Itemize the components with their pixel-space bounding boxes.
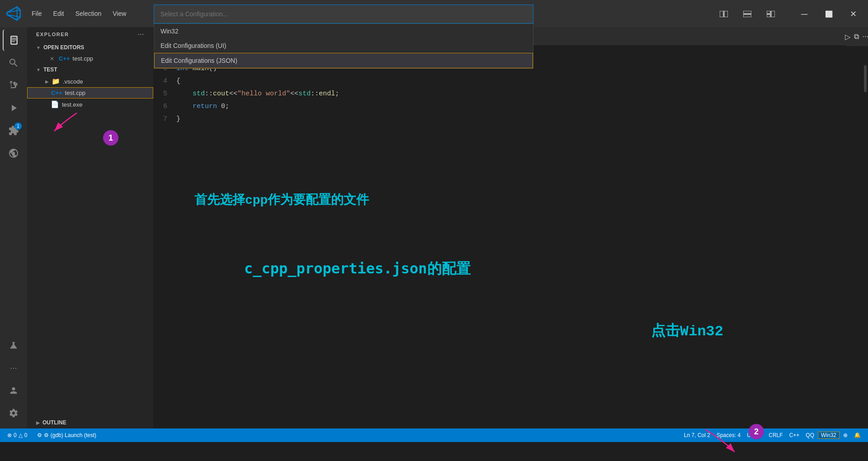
config-item-win32[interactable]: Win32 <box>154 24 533 38</box>
error-icon: ⊗ <box>7 432 12 438</box>
config-item-ui[interactable]: Edit Configurations (UI) <box>154 38 533 53</box>
annotation-text-2: c_cpp_properties.json的配置 <box>244 262 471 275</box>
more-editor-icon[interactable]: ··· <box>863 33 868 41</box>
explorer-title: EXPLORER <box>36 32 69 37</box>
code-token: std <box>193 90 205 98</box>
code-token: :: <box>311 90 319 98</box>
sidebar-file-test-cpp[interactable]: C++ test.cpp <box>27 87 153 99</box>
scrollbar[interactable] <box>863 64 868 415</box>
svg-rect-4 <box>767 11 770 14</box>
config-search-input[interactable] <box>154 5 533 24</box>
activity-remote[interactable] <box>3 142 24 164</box>
code-content-6: return 0; <box>176 100 868 113</box>
code-area[interactable]: 2 using namespace std; 3 int main() 4 { <box>154 45 868 428</box>
activity-explorer[interactable] <box>3 29 24 51</box>
svg-rect-6 <box>767 14 770 17</box>
layout-btn-3[interactable] <box>760 7 781 21</box>
activity-source-control[interactable] <box>3 75 24 96</box>
status-errors[interactable]: ⊗ 0 △ 0 <box>5 432 30 438</box>
code-token: std <box>298 90 311 98</box>
config-dropdown: Win32 Edit Configurations (UI) Edit Conf… <box>154 24 533 69</box>
code-token: return <box>193 103 221 110</box>
activity-search[interactable] <box>3 52 24 74</box>
activity-extensions[interactable]: 1 <box>3 120 24 141</box>
code-content-4: { <box>176 75 868 88</box>
line-num-6: 6 <box>154 100 176 113</box>
close-icon[interactable]: ✕ <box>50 56 54 62</box>
scrollbar-thumb <box>864 65 867 92</box>
minimize-button[interactable]: ─ <box>794 7 815 21</box>
open-editors-label: OPEN EDITORS <box>43 44 84 51</box>
cpp-file-icon: C++ <box>51 89 62 96</box>
svg-rect-5 <box>771 11 775 17</box>
svg-rect-0 <box>720 11 723 17</box>
close-button[interactable]: ✕ <box>843 7 863 21</box>
status-language[interactable]: C++ <box>787 432 802 438</box>
code-line-5: 5 std::cout<<"hello world"<<std::endl; <box>154 88 868 100</box>
open-editors-section[interactable]: ▼ OPEN EDITORS <box>27 42 153 53</box>
folder-chevron: ▶ <box>45 79 49 84</box>
warning-icon: △ <box>19 432 23 438</box>
explorer-more[interactable]: ··· <box>138 32 144 37</box>
outline-section-wrapper: ▶ OUTLINE <box>27 412 153 428</box>
status-win32[interactable]: Win32 <box>818 432 840 439</box>
status-position[interactable]: Ln 7, Col 2 <box>681 432 713 438</box>
split-editor-icon[interactable]: ⧉ <box>854 33 859 41</box>
status-bell[interactable]: 🔔 <box>851 432 863 438</box>
svg-rect-1 <box>724 11 728 17</box>
menu-file[interactable]: File <box>27 8 47 19</box>
menu-view[interactable]: View <box>108 8 131 19</box>
exe-file-icon: 📄 <box>51 100 59 108</box>
config-search-container: Win32 Edit Configurations (UI) Edit Conf… <box>154 5 533 69</box>
code-line-6: 6 return 0; <box>154 100 868 113</box>
status-debug[interactable]: ⚙ ⚙ (gdb) Launch (test) <box>34 432 99 438</box>
status-right: Ln 7, Col 2 Spaces: 4 UTF-8 CRLF C++ QQ … <box>681 432 863 439</box>
layout-btn-2[interactable] <box>737 7 758 21</box>
code-token: << <box>229 90 237 98</box>
menu-selection[interactable]: Selection <box>71 8 106 19</box>
activity-more[interactable]: ··· <box>3 357 24 379</box>
code-line-4: 4 { <box>154 75 868 88</box>
annotation-text-1: 首先选择cpp作为要配置的文件 <box>194 194 369 207</box>
layout-btn-1[interactable] <box>713 7 734 21</box>
project-section[interactable]: ▼ TEST <box>27 64 153 75</box>
code-token: cout <box>213 90 229 98</box>
folder-name: .vscode <box>63 78 83 85</box>
debug-icon: ⚙ <box>37 432 42 438</box>
code-token: { <box>176 77 180 85</box>
activity-testing[interactable] <box>3 334 24 356</box>
config-item-json[interactable]: Edit Configurations (JSON) <box>154 53 533 68</box>
outline-section[interactable]: ▶ OUTLINE <box>27 417 153 428</box>
status-encoding[interactable]: UTF-8 <box>744 432 765 438</box>
sidebar-file-test-exe[interactable]: 📄 test.exe <box>27 99 153 110</box>
extensions-badge: 1 <box>14 122 22 130</box>
run-icon[interactable]: ▷ <box>845 33 850 41</box>
code-token: ; <box>335 90 339 98</box>
activity-bar: 1 ··· <box>0 27 27 428</box>
sidebar: EXPLORER ··· ▼ OPEN EDITORS ✕ C++ test.c… <box>27 27 154 428</box>
status-eol[interactable]: CRLF <box>766 432 785 438</box>
app-logo <box>5 5 23 23</box>
restore-button[interactable]: ⬜ <box>818 7 839 21</box>
sidebar-folder-vscode[interactable]: ▶ 📁 .vscode <box>27 75 153 87</box>
status-spaces[interactable]: Spaces: 4 <box>714 432 743 438</box>
status-qq[interactable]: QQ <box>803 432 817 438</box>
code-token: :: <box>205 90 213 98</box>
project-chevron: ▼ <box>36 67 41 72</box>
folder-icon: 📁 <box>52 77 60 85</box>
activity-accounts[interactable] <box>3 380 24 401</box>
line-num-5: 5 <box>154 88 176 100</box>
editor-area: ▷ ⧉ ··· C++ test.cpp 2 using namespace s… <box>154 27 868 428</box>
code-token: "hello world" <box>237 90 290 98</box>
code-token: endl <box>319 90 335 98</box>
code-line-7: 7 } <box>154 113 868 126</box>
exe-file-name: test.exe <box>62 101 83 108</box>
menu-edit[interactable]: Edit <box>49 8 69 19</box>
open-file-test-cpp[interactable]: ✕ C++ test.cpp <box>27 53 153 64</box>
activity-settings[interactable] <box>3 402 24 424</box>
line-num-4: 4 <box>154 75 176 88</box>
activity-run-debug[interactable] <box>3 97 24 119</box>
code-content-7: } <box>176 113 868 126</box>
status-notifications[interactable]: ⊕ <box>840 432 850 438</box>
error-count: 0 <box>14 432 17 438</box>
